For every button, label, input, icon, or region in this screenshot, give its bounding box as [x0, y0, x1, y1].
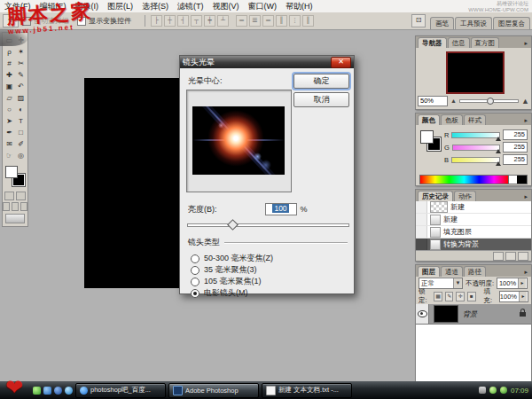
radio-selected-icon[interactable]	[191, 289, 200, 298]
distribute-left-icon[interactable]: ║	[276, 15, 287, 27]
quicklaunch-icon[interactable]	[33, 387, 41, 395]
lens-option-50-300[interactable]: 50-300 毫米变焦(Z)	[191, 253, 273, 264]
path-select-tool-icon[interactable]: ➤	[4, 115, 15, 127]
crop-tool-icon[interactable]: #	[4, 58, 15, 69]
red-slider[interactable]	[451, 132, 500, 138]
menu-image[interactable]: 图像(I)	[71, 1, 104, 12]
tab-layer-comps[interactable]: 图层复合	[493, 17, 530, 29]
distribute-top-icon[interactable]: ═	[236, 15, 247, 27]
slider-thumb[interactable]	[227, 219, 239, 231]
menu-help[interactable]: 帮助(H)	[281, 1, 317, 12]
tab-paths[interactable]: 路径	[464, 266, 486, 277]
fill-input[interactable]: 100%▸	[499, 291, 528, 302]
align-right-icon[interactable]: ┤	[177, 15, 189, 27]
history-source-column[interactable]	[416, 239, 427, 250]
foreground-color-swatch[interactable]	[420, 130, 434, 144]
show-transform-checkbox[interactable]: 显示变换控件	[77, 16, 131, 26]
history-item-row[interactable]: 填充图层	[416, 226, 531, 239]
palette-menu-icon[interactable]: ▸	[522, 269, 529, 277]
pen-tool-icon[interactable]: ✒	[4, 127, 15, 138]
history-source-column[interactable]	[416, 226, 427, 238]
tab-info[interactable]: 信息	[448, 37, 470, 48]
new-document-from-state-icon[interactable]	[493, 252, 504, 261]
lens-option-movie-prime[interactable]: 电影镜头(M)	[191, 287, 248, 299]
tab-brushes[interactable]: 画笔	[430, 17, 454, 29]
history-source-column[interactable]	[416, 201, 427, 213]
red-value-input[interactable]: 255	[503, 129, 528, 140]
imageready-button[interactable]	[5, 214, 25, 223]
standard-screen-button[interactable]	[3, 202, 10, 211]
standard-mode-button[interactable]	[4, 192, 14, 200]
lasso-tool-icon[interactable]: ρ	[4, 46, 15, 58]
tray-icon[interactable]	[500, 387, 507, 394]
visibility-cell[interactable]	[416, 304, 429, 324]
eraser-tool-icon[interactable]: ▱	[4, 92, 15, 104]
zoom-in-icon[interactable]: ▲	[521, 97, 529, 106]
notes-tool-icon[interactable]: ✉	[4, 138, 15, 150]
blue-slider-thumb[interactable]	[496, 161, 501, 166]
history-brush-tool-icon[interactable]: ↶	[15, 81, 27, 92]
menu-file[interactable]: 文件(F)	[0, 1, 35, 12]
blue-slider[interactable]	[451, 157, 500, 163]
green-slider[interactable]	[452, 145, 500, 151]
lock-position-icon[interactable]: ✛	[456, 292, 465, 301]
menu-select[interactable]: 选择(S)	[137, 1, 173, 12]
dialog-title-bar[interactable]: 镜头光晕 ✕	[180, 56, 354, 68]
tab-swatches[interactable]: 色板	[441, 114, 463, 125]
tab-history[interactable]: 历史记录	[418, 191, 453, 201]
tab-styles[interactable]: 样式	[464, 114, 486, 125]
flare-preview[interactable]	[192, 106, 285, 175]
brightness-input[interactable]: 100	[265, 203, 297, 215]
tab-color[interactable]: 颜色	[418, 114, 440, 125]
quicklaunch-icon[interactable]	[54, 387, 62, 395]
spectrum-gradient[interactable]	[420, 176, 508, 184]
layer-row-background[interactable]: 背景	[416, 304, 531, 325]
distribute-middle-icon[interactable]: ☰	[249, 15, 261, 27]
green-slider-thumb[interactable]	[496, 149, 501, 153]
tray-input-icon[interactable]	[479, 387, 486, 394]
type-tool-icon[interactable]: T	[15, 115, 27, 127]
healing-brush-tool-icon[interactable]: ✚	[4, 69, 15, 81]
navigator-thumbnail[interactable]	[446, 51, 505, 94]
layer-thumbnail[interactable]	[434, 305, 458, 323]
magic-wand-tool-icon[interactable]: ✶	[15, 46, 27, 58]
shape-tool-icon[interactable]: □	[15, 127, 27, 138]
lock-pixels-icon[interactable]: ✎	[445, 292, 454, 301]
foreground-color-swatch[interactable]	[5, 166, 18, 178]
auto-select-checkbox[interactable]: 自动选择组	[22, 16, 69, 26]
gradient-tool-icon[interactable]: ▨	[15, 92, 27, 104]
chevron-down-icon[interactable]: ▼	[453, 278, 462, 288]
tab-layers[interactable]: 图层	[418, 266, 440, 277]
align-left-icon[interactable]: ├	[151, 15, 162, 27]
ok-button[interactable]: 确定	[293, 74, 349, 89]
workspace-icon[interactable]: ⊡	[411, 14, 426, 27]
lens-option-105mm[interactable]: 105 毫米聚焦(1)	[191, 276, 262, 287]
chevron-icon[interactable]: ▸	[518, 278, 526, 288]
align-center-icon[interactable]: ┼	[164, 15, 176, 27]
eyedropper-tool-icon[interactable]: ✐	[15, 138, 27, 150]
green-value-input[interactable]: 255	[503, 142, 528, 153]
history-source-column[interactable]	[416, 214, 427, 225]
history-snapshot-row[interactable]: 新建	[416, 201, 531, 214]
delete-state-icon[interactable]	[518, 252, 528, 261]
slice-tool-icon[interactable]: ✂	[15, 58, 27, 69]
radio-icon[interactable]	[191, 254, 200, 263]
distribute-right-icon[interactable]: ║	[302, 15, 314, 27]
align-bottom-icon[interactable]: ┴	[217, 15, 229, 27]
menu-view[interactable]: 视图(V)	[208, 1, 244, 12]
clone-stamp-tool-icon[interactable]: ▣	[4, 81, 15, 92]
zoom-tool-icon[interactable]: ◎	[15, 150, 27, 161]
navigator-zoom-slider[interactable]	[459, 99, 519, 103]
brush-tool-icon[interactable]: ✎	[15, 69, 27, 81]
spectrum-white[interactable]	[508, 176, 517, 184]
radio-icon[interactable]	[191, 266, 200, 275]
quicklaunch-icon[interactable]	[43, 387, 51, 395]
distribute-center-icon[interactable]: ⋮	[289, 15, 301, 27]
tab-histogram[interactable]: 直方图	[471, 37, 500, 48]
history-item-row-selected[interactable]: 转换为背景	[416, 239, 531, 250]
taskbar-window-photoshop[interactable]: Adobe Photoshop	[168, 383, 259, 398]
menu-window[interactable]: 窗口(W)	[244, 1, 282, 12]
tab-navigator[interactable]: 导航器	[418, 37, 447, 48]
quick-mask-mode-button[interactable]	[16, 192, 26, 200]
spectrum-black[interactable]	[517, 176, 527, 184]
